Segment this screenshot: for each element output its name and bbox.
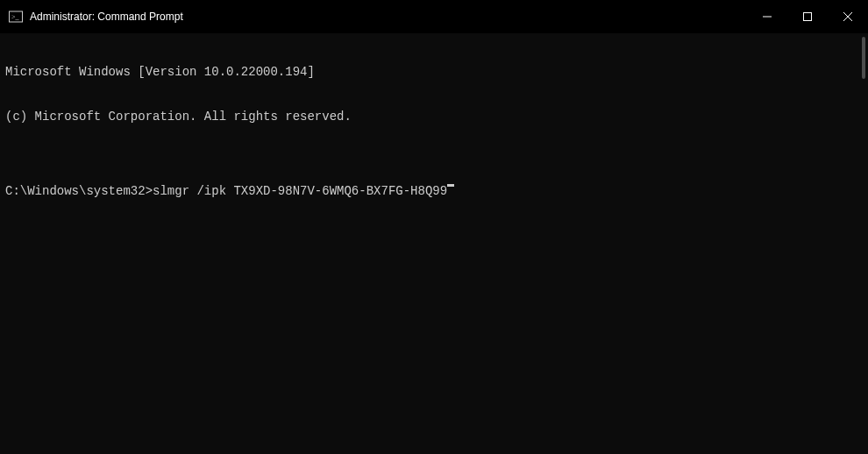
minimize-button[interactable] [747, 0, 787, 33]
terminal-output-line: Microsoft Windows [Version 10.0.22000.19… [5, 65, 863, 80]
maximize-button[interactable] [787, 0, 828, 33]
text-cursor [447, 184, 454, 187]
close-button[interactable] [828, 0, 868, 33]
terminal-prompt: C:\Windows\system32> [5, 184, 153, 199]
close-icon [843, 12, 852, 21]
terminal-output-line: (c) Microsoft Corporation. All rights re… [5, 110, 863, 124]
window-controls [747, 0, 868, 33]
maximize-icon [803, 12, 812, 21]
titlebar[interactable]: >_ Administrator: Command Prompt [0, 0, 868, 33]
svg-rect-3 [804, 13, 812, 21]
command-prompt-icon: >_ [9, 10, 23, 24]
terminal-command: slmgr /ipk TX9XD-98N7V-6WMQ6-BX7FG-H8Q99 [153, 184, 447, 199]
scrollbar-thumb[interactable] [862, 37, 865, 79]
svg-text:>_: >_ [11, 13, 20, 21]
terminal-prompt-line: C:\Windows\system32>slmgr /ipk TX9XD-98N… [5, 184, 863, 199]
minimize-icon [763, 12, 772, 21]
terminal-area[interactable]: Microsoft Windows [Version 10.0.22000.19… [0, 33, 868, 454]
window-title: Administrator: Command Prompt [30, 11, 183, 23]
command-prompt-window: >_ Administrator: Command Prompt [0, 0, 868, 454]
